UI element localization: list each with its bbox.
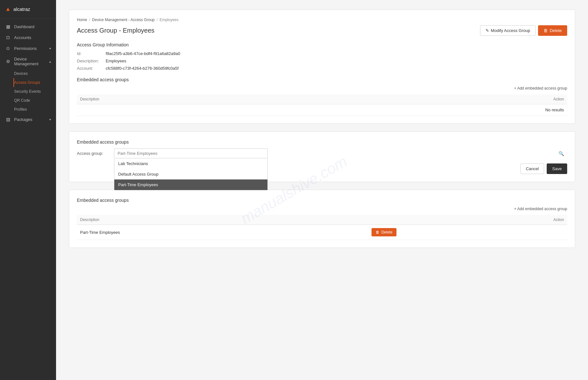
description-header-1: Description	[77, 94, 371, 104]
accounts-icon: ⊡	[5, 35, 11, 40]
embedded-groups-table-1: Description Action No results	[77, 94, 567, 116]
security-events-label: Security Events	[14, 89, 41, 94]
sidebar: ▲ alcatraz ▦ Dashboard ⊡ Accounts ⊙ Perm…	[0, 0, 56, 380]
embedded-title-1: Embedded access groups	[77, 77, 567, 82]
access-group-input[interactable]	[114, 148, 268, 158]
row-action-cell: 🗑 Delete	[368, 225, 567, 240]
sidebar-item-device-management[interactable]: ⚙ Device Management ▴	[0, 54, 56, 69]
dropdown-item-lab-technicians[interactable]: Lab Technicians	[114, 158, 267, 169]
alcatraz-logo-icon: ▲	[5, 6, 11, 12]
packages-arrow-icon: ▾	[49, 118, 51, 121]
no-results-text: No results	[77, 104, 567, 116]
embedded-groups-table-2: Description Action Part-Time Employees 🗑…	[77, 215, 567, 240]
dropdown-item-default-access-group[interactable]: Default Access Group	[114, 169, 267, 179]
no-results-row: No results	[77, 104, 567, 116]
sidebar-item-access-groups[interactable]: Access Groups	[13, 78, 56, 87]
access-groups-label: Access Groups	[14, 80, 40, 85]
access-group-field: 🔍 Lab Technicians Default Access Group P…	[114, 148, 567, 158]
access-group-form-label: Access group:	[77, 148, 109, 156]
sidebar-packages-label: Packages	[14, 117, 46, 122]
id-value: f9ac25f5-a3b6-47ce-bdf4-f91a6a82a9a0	[106, 51, 180, 56]
sidebar-device-management-label: Device Management	[14, 57, 46, 66]
dashboard-icon: ▦	[5, 24, 11, 29]
id-label: Id:	[77, 51, 106, 56]
account-value: cfc588f0-c73f-4264-b276-360d59fc0a5f	[106, 66, 179, 71]
add-link-row-1: + Add embedded access group	[77, 86, 567, 91]
access-group-form-row: Access group: 🔍 Lab Technicians Default …	[77, 148, 567, 158]
info-row-description: Description: Employees	[77, 59, 567, 63]
row-delete-label: Delete	[381, 230, 393, 234]
description-label: Description:	[77, 59, 106, 63]
sidebar-logo-text: alcatraz	[13, 6, 30, 12]
access-group-dropdown: Lab Technicians Default Access Group Par…	[114, 158, 268, 190]
add-embedded-group-link-1[interactable]: + Add embedded access group	[514, 86, 567, 91]
access-group-info-section: Access Group Information Id: f9ac25f5-a3…	[77, 42, 567, 71]
delete-button-label: Delete	[550, 28, 562, 33]
sidebar-item-packages[interactable]: ▨ Packages ▾	[0, 114, 56, 125]
modify-button-label: Modify Access Group	[491, 28, 530, 33]
sidebar-item-qr-code[interactable]: QR Code	[14, 96, 56, 105]
row-delete-button[interactable]: 🗑 Delete	[372, 228, 397, 236]
device-management-icon: ⚙	[5, 59, 11, 64]
breadcrumb: Home / Device Management - Access Group …	[77, 18, 567, 22]
sidebar-item-profiles[interactable]: Profiles	[14, 105, 56, 114]
embedded-form-title: Embedded access groups	[77, 139, 567, 145]
sidebar-item-security-events[interactable]: Security Events	[14, 87, 56, 96]
sidebar-item-accounts[interactable]: ⊡ Accounts	[0, 32, 56, 43]
info-row-account: Account: cfc588f0-c73f-4264-b276-360d59f…	[77, 66, 567, 71]
qr-code-label: QR Code	[14, 98, 30, 103]
action-header-2: Action	[368, 215, 567, 225]
delete-icon: 🗑	[543, 28, 548, 33]
breadcrumb-sep-2: /	[157, 18, 158, 22]
description-value: Employees	[106, 59, 126, 63]
modify-access-group-button[interactable]: ✎ Modify Access Group	[480, 25, 536, 36]
row-delete-icon: 🗑	[376, 230, 380, 234]
dropdown-item-label: Default Access Group	[118, 172, 159, 177]
cancel-button[interactable]: Cancel	[520, 163, 544, 174]
embedded-result-panel: Embedded access groups + Add embedded ac…	[69, 190, 575, 248]
delete-button[interactable]: 🗑 Delete	[538, 25, 567, 36]
info-row-id: Id: f9ac25f5-a3b6-47ce-bdf4-f91a6a82a9a0	[77, 51, 567, 56]
description-header-2: Description	[77, 215, 368, 225]
page-title: Access Group - Employees	[77, 27, 154, 34]
breadcrumb-home[interactable]: Home	[77, 18, 87, 22]
sidebar-accounts-label: Accounts	[14, 35, 51, 40]
sidebar-dashboard-label: Dashboard	[14, 24, 51, 29]
packages-icon: ▨	[5, 117, 11, 122]
sidebar-logo: ▲ alcatraz	[0, 0, 56, 19]
row-description: Part-Time Employees	[77, 225, 368, 240]
breadcrumb-sep-1: /	[89, 18, 90, 22]
access-group-info-panel: Home / Device Management - Access Group …	[69, 10, 575, 124]
search-icon: 🔍	[559, 151, 564, 156]
main-content: Home / Device Management - Access Group …	[56, 0, 588, 380]
page-title-row: Access Group - Employees ✎ Modify Access…	[77, 25, 567, 36]
save-button[interactable]: Save	[547, 163, 567, 174]
breadcrumb-current: Employees	[159, 18, 178, 22]
embedded-result-title: Embedded access groups	[77, 198, 567, 203]
add-link-row-2: + Add embedded access group	[77, 207, 567, 211]
sidebar-permissions-label: Permissions	[14, 46, 46, 51]
embedded-form-panel: Embedded access groups Access group: 🔍 L…	[69, 131, 575, 182]
dropdown-item-part-time-employees[interactable]: Part-Time Employees	[114, 179, 267, 190]
info-section-title: Access Group Information	[77, 42, 567, 47]
account-label: Account:	[77, 66, 106, 71]
breadcrumb-device-management[interactable]: Device Management - Access Group	[92, 18, 154, 22]
dropdown-item-label: Part-Time Employees	[118, 182, 158, 187]
action-buttons: ✎ Modify Access Group 🗑 Delete	[480, 25, 567, 36]
action-header-1: Action	[371, 94, 567, 104]
profiles-label: Profiles	[14, 107, 27, 112]
devices-label: Devices	[14, 71, 28, 76]
device-management-arrow-icon: ▴	[49, 60, 51, 63]
sidebar-navigation: ▦ Dashboard ⊡ Accounts ⊙ Permissions ▾ ⚙…	[0, 19, 56, 380]
table-row: Part-Time Employees 🗑 Delete	[77, 225, 567, 240]
sidebar-sub-menu: Devices Access Groups Security Events QR…	[0, 69, 56, 114]
sidebar-item-permissions[interactable]: ⊙ Permissions ▾	[0, 43, 56, 54]
add-embedded-group-link-2[interactable]: + Add embedded access group	[514, 207, 567, 211]
permissions-arrow-icon: ▾	[49, 47, 51, 50]
permissions-icon: ⊙	[5, 46, 11, 51]
dropdown-item-label: Lab Technicians	[118, 161, 148, 166]
sidebar-item-dashboard[interactable]: ▦ Dashboard	[0, 21, 56, 32]
edit-icon: ✎	[486, 28, 489, 33]
sidebar-item-devices[interactable]: Devices	[14, 69, 56, 78]
